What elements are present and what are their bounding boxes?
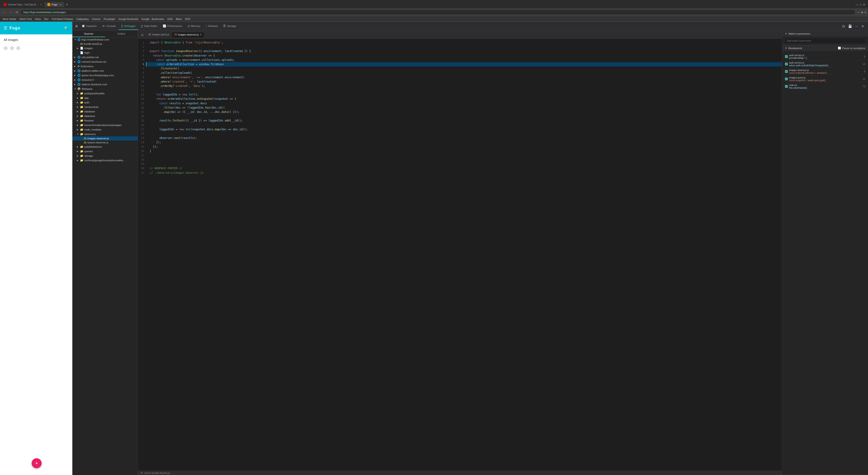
maximize-button[interactable]: □ — [860, 3, 862, 6]
ft-item-search-observer[interactable]: JS search.observer.js — [72, 141, 138, 145]
bookmark-gde[interactable]: GDE — [166, 18, 174, 21]
ft-item-twitter-domain[interactable]: ▶ 🌐 platform.twitter.com — [72, 68, 138, 73]
ft-item-webpack-buildin[interactable]: ▶ 📁 (webpack)/buildin — [72, 91, 138, 96]
ft-item-login[interactable]: 📄 login — [72, 51, 138, 55]
bp-checkbox-4[interactable] — [785, 78, 788, 80]
ft-folder-icon: 📁 — [80, 115, 84, 118]
sidebar-page-title: All images — [4, 38, 69, 41]
ft-item-database[interactable]: ▶ 📁 database — [72, 109, 138, 114]
ft-tab-sources[interactable]: Sources — [72, 31, 105, 37]
ft-item-extensions[interactable]: ▶ ⚙ Extensions — [72, 64, 138, 68]
tab-close-fogo[interactable]: ✕ — [60, 3, 61, 6]
devtools-more-button[interactable]: ⋯ — [854, 24, 860, 29]
ft-item-webpack[interactable]: ▼ 📦 Webpack — [72, 87, 138, 91]
devtools-save-button[interactable]: 💾 — [847, 24, 853, 29]
code-line-29 — [146, 162, 782, 166]
new-tab-button[interactable]: + — [64, 2, 70, 7]
ft-item-home[interactable]: ▶ 📁 home/chris/dev/quiver/packages — [72, 123, 138, 127]
code-panel-sidebar-toggle[interactable]: ◁ — [140, 33, 144, 37]
ft-item-polyfill[interactable]: ▶ 📁 polyfill/dist/esm — [72, 145, 138, 149]
ft-item-observers[interactable]: ▼ 📁 observers — [72, 132, 138, 137]
ft-label: firestore — [84, 119, 94, 122]
tab-console[interactable]: ≫ Console — [99, 23, 119, 30]
refresh-button[interactable]: ↺ — [14, 10, 19, 14]
ft-item-facebook-domain[interactable]: ▶ 🌐 connect.facebook.net — [72, 59, 138, 64]
tab-network[interactable]: ↕ Network — [203, 23, 220, 30]
bookmark-calligraphy[interactable]: Calligraphy — [75, 18, 90, 21]
breakpoints-header[interactable]: ▼ Breakpoints Pause on exceptions — [782, 45, 868, 51]
bookmark-inbox[interactable]: Inbox — [34, 18, 42, 21]
devtools-dock-button[interactable]: ⊡ — [841, 24, 846, 29]
ft-item-cdn-domain[interactable]: ▶ 🌐 cdn.jsdelivr.net — [72, 55, 138, 59]
bookmark-bikes[interactable]: Bikes — [175, 18, 183, 21]
code-content[interactable]: import { Observable } from 'rxjs/Observa… — [146, 39, 782, 471]
pause-on-exceptions-checkbox[interactable] — [838, 47, 841, 50]
bookmark-most-visited[interactable]: Most Visited — [2, 18, 17, 21]
fab-add-button[interactable]: + — [32, 458, 41, 468]
ft-label: auth — [84, 101, 89, 104]
back-button[interactable]: ← — [2, 10, 7, 14]
ft-label: fogo.howtofirebase.com — [82, 38, 109, 41]
ft-label: datastore — [84, 115, 95, 117]
bookmark-icon[interactable]: ★ — [861, 11, 864, 14]
sidebar-search-icon[interactable]: 🔍 — [64, 26, 69, 30]
watch-expressions-header[interactable]: ▼ Watch expressions — [782, 31, 868, 37]
code-line-1: import { Observable } from 'rxjs/Observa… — [146, 40, 782, 45]
bookmark-firebase[interactable]: Full-Stack Firebase — [51, 18, 74, 21]
bp-item-3: images.observer.js const orderedCollecti… — [785, 68, 865, 75]
tab-storage[interactable]: 🗄 Storage — [220, 23, 239, 30]
tab-style-editor[interactable]: {} Style Editor — [138, 23, 160, 30]
bookmark-glitch-cmd[interactable]: Glitch Cmd — [19, 18, 33, 21]
ft-tab-outline[interactable]: Outline — [105, 31, 138, 37]
bookmark-google-bm[interactable]: Google Bookmark — [118, 18, 139, 21]
bookmark-google-bms[interactable]: Google - Bookmarks — [141, 18, 165, 21]
browser-tab-fogo[interactable]: Fogo ✕ — [44, 2, 64, 7]
code-tab-images-observer[interactable]: JS images.observer.js ✕ — [172, 32, 204, 37]
bp-checkbox-2[interactable] — [785, 63, 788, 65]
ft-item-app[interactable]: ▶ 📁 app — [72, 96, 138, 100]
devtools-close-button[interactable]: ✕ — [860, 24, 865, 29]
menu-icon[interactable]: ≡ — [864, 11, 866, 14]
bp-checkbox-1[interactable] — [785, 55, 788, 58]
bookmark-comms[interactable]: Comms — [91, 18, 101, 21]
bp-checkbox-3[interactable] — [785, 70, 788, 73]
tab-performance[interactable]: 📈 Performance — [160, 23, 185, 30]
tab-close-youtube[interactable]: ✕ — [40, 3, 42, 6]
ft-item-images[interactable]: ▶ 📄 images — [72, 46, 138, 51]
code-line-13: let laggedIds = new Set(); — [146, 92, 782, 97]
ft-item-fogo-domain[interactable]: ▼ 🌐 fogo.howtofirebase.com — [72, 37, 138, 42]
ft-item-storage[interactable]: ▶ 📁 storage — [72, 154, 138, 158]
browser-tab-youtube[interactable]: Summer Days - YouTube M... ✕ — [1, 2, 44, 7]
tab-inspector[interactable]: 🔲 Inspector — [79, 23, 99, 30]
ft-item-resource-domain[interactable]: ▶ 🌐 resource:// — [72, 78, 138, 82]
code-tab-images-query[interactable]: JS images.query.js — [146, 32, 172, 37]
url-bar[interactable] — [20, 9, 856, 15]
ft-item-usr[interactable]: ▶ 📁 usr/local/google/home/jshcrowthe... — [72, 158, 138, 162]
watch-expression-input[interactable] — [785, 38, 865, 43]
tab-debugger[interactable]: {} Debugger — [119, 23, 138, 30]
bookmark-rss[interactable]: RSS — [184, 18, 191, 21]
ft-item-quiver-domain[interactable]: ▶ 🌐 quiver-four.firebaseapp.com — [72, 73, 138, 78]
devtools-responsive-button[interactable]: ⊞ — [74, 24, 79, 28]
ft-item-components[interactable]: ▶ 📁 components — [72, 105, 138, 109]
ft-item-images-observer[interactable]: JS images.observer.js — [72, 137, 138, 141]
bp-checkbox-5[interactable] — [785, 85, 788, 88]
ft-item-firestore[interactable]: ▶ 📁 firestore — [72, 118, 138, 123]
code-tab-close-button[interactable]: ✕ — [200, 33, 202, 36]
ft-item-queries[interactable]: ▶ 📁 queries — [72, 149, 138, 154]
ft-label: quiver-four.firebaseapp.com — [82, 74, 114, 77]
ft-arrow: ▶ — [77, 115, 79, 117]
ft-item-auth[interactable]: ▶ 📁 auth — [72, 100, 138, 105]
tab-memory[interactable]: ◎ Memory — [185, 23, 203, 30]
close-window-button[interactable]: ✕ — [863, 3, 865, 6]
ft-item-staticxx-domain[interactable]: ▶ 🌐 staticxx.facebook.com — [72, 82, 138, 87]
code-editor[interactable]: 1234 5678 9101112 13141516 17181920 2122… — [138, 39, 782, 471]
minimize-button[interactable]: — — [855, 3, 858, 6]
ft-item-datastore[interactable]: ▶ 📁 datastore — [72, 114, 138, 118]
ft-item-bundle[interactable]: JS bundle.6ea25.js — [72, 42, 138, 46]
bookmark-dev[interactable]: Dev — [43, 18, 50, 21]
bookmark-pluralsight[interactable]: Pluralsight — [103, 18, 116, 21]
code-line-31: // ./observers/images.observer.js — [146, 171, 782, 175]
ft-item-node-modules[interactable]: ▶ 📁 node_modules — [72, 127, 138, 132]
forward-button[interactable]: → — [8, 10, 13, 14]
